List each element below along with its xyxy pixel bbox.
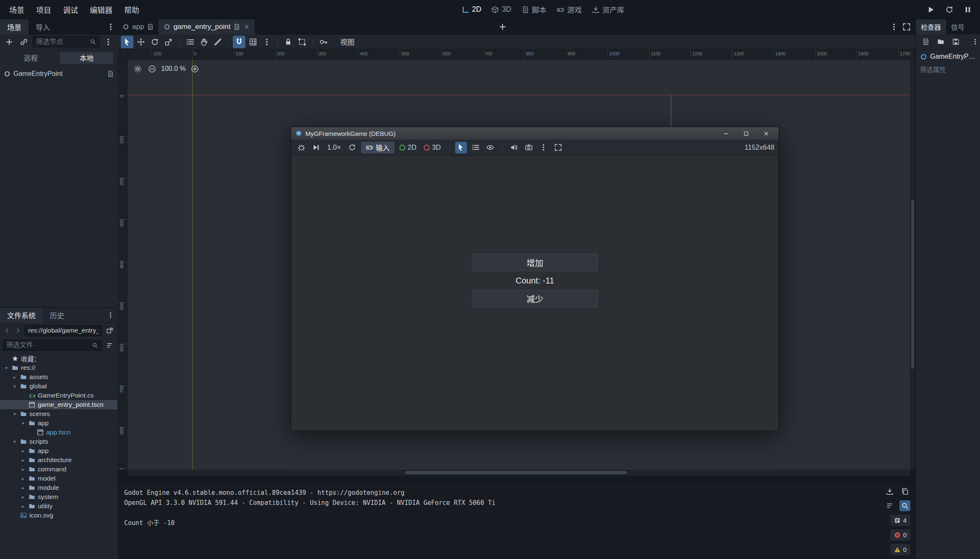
fs-item-icon-svg[interactable]: icon.svg <box>0 511 117 520</box>
fs-item-architecture[interactable]: ▸architecture <box>0 455 117 465</box>
fs-item-global[interactable]: ▾global <box>0 382 117 391</box>
restart-icon[interactable] <box>943 3 956 16</box>
animation-key-icon[interactable] <box>317 36 330 48</box>
inspector-menu-icon[interactable] <box>970 36 980 47</box>
fs-item-model[interactable]: ▸model <box>0 474 117 483</box>
menu-debug[interactable]: 调试 <box>57 0 84 19</box>
workspace-assetlib[interactable]: 资产库 <box>592 4 625 15</box>
audio-mute-icon[interactable] <box>508 142 520 153</box>
center-view-icon[interactable] <box>133 64 143 74</box>
play-icon[interactable] <box>925 3 937 16</box>
dock-menu-icon[interactable] <box>104 21 117 33</box>
error-badge[interactable]: 0 <box>890 529 910 541</box>
hscroll-thumb[interactable] <box>405 471 627 474</box>
workspace-script[interactable]: 脚本 <box>521 4 547 15</box>
workspace-game[interactable]: 游戏 <box>557 4 582 15</box>
expand-arrow[interactable]: ▸ <box>20 467 26 472</box>
tab-list-menu-icon[interactable] <box>888 21 900 33</box>
favorites-row[interactable]: 收藏： <box>0 354 117 363</box>
scene-tab-app[interactable]: app <box>117 19 159 34</box>
fs-item-assets[interactable]: ▸assets <box>0 372 117 382</box>
fs-menu-icon[interactable] <box>105 310 116 321</box>
maximize-icon[interactable] <box>738 127 754 140</box>
horizontal-scrollbar[interactable] <box>128 470 910 476</box>
split-dock-icon[interactable] <box>104 325 115 336</box>
dock-tab-history[interactable]: 历史 <box>43 308 71 323</box>
expand-arrow[interactable]: ▾ <box>12 439 18 445</box>
menu-editor[interactable]: 编辑器 <box>84 0 118 19</box>
expand-arrow[interactable]: ▾ <box>3 365 9 371</box>
menu-project[interactable]: 项目 <box>30 0 57 19</box>
lock-selected-icon[interactable] <box>282 36 295 48</box>
expand-arrow[interactable]: ▸ <box>12 374 18 380</box>
view-menu[interactable]: 视图 <box>337 36 358 47</box>
load-resource-icon[interactable] <box>935 36 946 47</box>
filter-properties-input[interactable] <box>920 66 976 74</box>
nav-back-icon[interactable] <box>3 326 12 335</box>
toggle-2d[interactable]: 2D <box>397 143 419 151</box>
fs-item-app[interactable]: ▾app <box>0 419 117 428</box>
grid-snap-toggle-icon[interactable] <box>247 36 259 48</box>
expand-arrow[interactable]: ▸ <box>20 448 26 454</box>
fs-item-app[interactable]: ▸app <box>0 446 117 455</box>
nav-forward-icon[interactable] <box>13 326 23 335</box>
debugger-badge[interactable]: 4 <box>890 515 910 526</box>
filter-nodes-input[interactable] <box>36 38 87 46</box>
reset-speed-icon[interactable] <box>347 142 358 153</box>
expand-editor-icon[interactable] <box>900 21 913 33</box>
group-selected-icon[interactable] <box>296 36 308 48</box>
vscroll-thumb[interactable] <box>911 200 914 369</box>
zoom-level[interactable]: 100.0 % <box>161 65 186 73</box>
minimize-icon[interactable] <box>717 127 734 140</box>
fs-item-game-entry-point-tscn[interactable]: game_entry_point.tscn <box>0 400 117 409</box>
list-select-tool-icon[interactable] <box>184 36 196 48</box>
close-icon[interactable] <box>758 127 774 140</box>
instance-scene-icon[interactable] <box>18 36 30 48</box>
snap-options-icon[interactable] <box>261 36 273 48</box>
expand-arrow[interactable]: ▾ <box>20 421 26 426</box>
workspace-2d[interactable]: 2D <box>461 5 481 14</box>
expand-arrow[interactable]: ▾ <box>12 411 18 417</box>
select-tool-icon[interactable] <box>121 36 133 48</box>
dock-tab-filesystem[interactable]: 文件系统 <box>0 308 43 323</box>
speed-select[interactable]: 1.0× <box>325 143 344 151</box>
pause-icon[interactable] <box>962 3 974 16</box>
expand-arrow[interactable]: ▸ <box>20 504 26 509</box>
node-list-icon[interactable] <box>470 142 482 153</box>
copy-log-icon[interactable] <box>899 486 910 497</box>
local-tab[interactable]: 本地 <box>60 52 113 64</box>
fs-item-res[interactable]: ▾res:// <box>0 363 117 372</box>
fs-item-module[interactable]: ▸module <box>0 483 117 492</box>
expand-arrow[interactable]: ▸ <box>20 458 26 463</box>
scene-tree-menu-icon[interactable] <box>102 36 115 48</box>
dock-tab-signals[interactable]: 信号 <box>946 19 970 34</box>
expand-arrow[interactable]: ▾ <box>12 384 18 389</box>
remote-tab[interactable]: 远程 <box>4 52 57 64</box>
warning-badge[interactable]: 0 <box>890 544 910 555</box>
menu-scene[interactable]: 场景 <box>3 0 30 19</box>
move-tool-icon[interactable] <box>135 36 147 48</box>
menu-help[interactable]: 帮助 <box>118 0 145 19</box>
scale-tool-icon[interactable] <box>162 36 175 48</box>
save-resource-icon[interactable] <box>950 36 961 47</box>
rotate-tool-icon[interactable] <box>149 36 161 48</box>
decrease-button[interactable]: 减少 <box>472 290 598 307</box>
fs-item-command[interactable]: ▸command <box>0 465 117 474</box>
dock-tab-inspector[interactable]: 检查器 <box>916 19 946 34</box>
new-tab-icon[interactable] <box>496 21 509 33</box>
dock-tab-scene[interactable]: 场景 <box>0 19 29 34</box>
sort-files-icon[interactable] <box>104 340 115 351</box>
fs-item-scripts[interactable]: ▾scripts <box>0 437 117 446</box>
current-path-input[interactable] <box>28 327 99 334</box>
filter-files-input[interactable] <box>6 341 89 349</box>
smart-snap-toggle-icon[interactable] <box>233 36 245 48</box>
visibility-icon[interactable] <box>485 142 496 153</box>
next-frame-icon[interactable] <box>310 142 322 153</box>
more-options-icon[interactable] <box>538 142 550 153</box>
fs-item-app-tscn[interactable]: app.tscn <box>0 428 117 437</box>
fs-item-system[interactable]: ▸system <box>0 492 117 502</box>
ruler-tool-icon[interactable] <box>211 36 224 48</box>
zoom-in-icon[interactable] <box>190 64 200 74</box>
vertical-scrollbar[interactable] <box>910 60 915 470</box>
game-window-titlebar[interactable]: MyGFrameworkGame (DEBUG) <box>291 127 779 140</box>
